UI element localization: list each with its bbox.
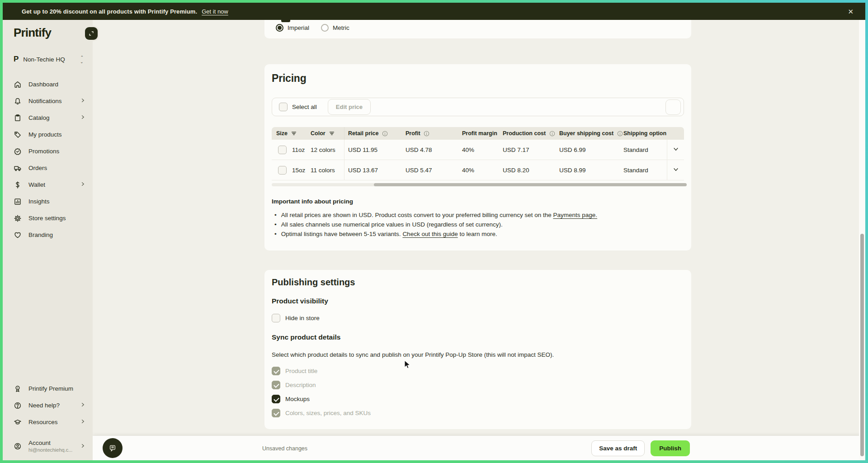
scrollbar-thumb[interactable] [374,183,687,186]
filter-icon [290,129,298,137]
bullet-text: to learn more. [458,231,497,237]
page-scrollbar-thumb[interactable] [860,234,864,456]
hide-in-store-checkbox[interactable] [272,314,280,322]
variant-profit: USD 4.78 [402,146,458,153]
column-header-color[interactable]: Color [307,127,344,140]
heart-icon [14,231,22,239]
banner-text: Get up to 20% discount on all products w… [22,8,197,15]
sidebar-item-branding[interactable]: Branding [3,227,93,243]
variant-shipping: Standard [620,146,667,153]
radio-imperial-label: Imperial [288,24,309,31]
variants-table: SizeColorRetail priceProfitProfit margin… [272,127,684,180]
chevron-down-icon [673,166,679,174]
sync-option-mockups[interactable]: Mockups [272,392,371,406]
column-label: Size [276,130,288,137]
sidebar-item-store-settings[interactable]: Store settings [3,210,93,227]
hide-in-store-label: Hide in store [285,315,320,321]
sidebar-item-label: Insights [28,198,85,205]
radio-metric[interactable]: Metric [321,24,349,32]
publish-button[interactable]: Publish [651,440,690,456]
tag-icon [14,131,22,139]
home-icon [14,80,22,89]
radio-unselected-icon [321,24,329,32]
info-icon [548,129,556,137]
sidebar-item-label: Printify Premium [28,385,85,392]
truck-icon [14,164,22,172]
sidebar-item-account[interactable]: Account hi@nontechiehq.c... [3,436,93,457]
banner-get-it-now-link[interactable]: Get it now [202,8,228,15]
column-label: Profit margin [462,130,497,137]
chevron-right-icon [80,181,85,188]
pricing-info-item: All sales channels use numerical price v… [274,221,597,228]
store-name: Non-Techie HQ [23,56,65,63]
printify-logo[interactable]: Printify [14,26,51,40]
sync-options-list: Product titleDescriptionMockupsColors, s… [272,364,371,420]
sidebar-item-insights[interactable]: Insights [3,193,93,210]
sidebar-item-label: Wallet [28,181,73,188]
sidebar-item-wallet[interactable]: Wallet [3,176,93,193]
sidebar-item-need-help[interactable]: Need help? [3,397,93,414]
sync-option-label: Colors, sizes, prices, and SKUs [285,410,371,416]
chat-widget-button[interactable] [103,438,123,458]
store-mark: P [14,55,19,64]
radio-selected-icon [276,24,283,32]
sync-details-description: Select which product details to sync and… [272,351,554,358]
sidebar-item-catalog[interactable]: Catalog [3,109,93,126]
bullet-text: Optimal listings have between 5-15 varia… [281,231,403,237]
select-all-checkbox[interactable] [279,103,288,111]
sidebar-item-notifications[interactable]: Notifications [3,93,93,109]
close-icon[interactable]: ✕ [848,8,854,15]
sync-option-label: Product title [285,368,317,374]
bottom-action-bar: Unsaved changes Save as draft Publish [93,436,865,460]
select-all-label: Select all [292,104,317,110]
bullet-link[interactable]: Check out this guide [402,231,458,237]
table-settings-button[interactable] [665,99,681,115]
variant-buyer: USD 6.99 [556,146,620,153]
variant-buyer: USD 8.99 [556,167,620,174]
edit-price-button[interactable]: Edit price [328,99,371,115]
measurement-radio-group: Imperial Metric [276,24,349,32]
store-selector[interactable]: P Non-Techie HQ ⌃⌃ [9,52,88,67]
column-header-shipping-option: Shipping option [620,130,667,137]
sidebar-footer-nav: Printify PremiumNeed help?Resources [3,380,93,430]
chevron-right-icon [80,98,85,104]
expand-row-button[interactable] [667,160,684,180]
publishing-settings-section: Publishing settings Product visibility H… [264,270,691,429]
chevron-up-down-icon: ⌃⌃ [80,56,84,63]
variant-size: 11oz [292,146,305,153]
sidebar-item-my-products[interactable]: My products [3,126,93,143]
sidebar-item-label: Store settings [28,215,85,222]
radio-metric-label: Metric [333,24,349,31]
chevron-right-icon [80,443,85,450]
save-as-draft-button[interactable]: Save as draft [591,440,645,456]
sidebar-nav: DashboardNotificationsCatalogMy products… [3,76,93,243]
sidebar-item-printify-premium[interactable]: Printify Premium [3,380,93,397]
sidebar-item-dashboard[interactable]: Dashboard [3,76,93,93]
hide-in-store-option[interactable]: Hide in store [272,314,320,322]
premium-banner: Get up to 20% discount on all products w… [3,3,865,20]
table-horizontal-scrollbar[interactable] [272,183,684,186]
sidebar-item-promotions[interactable]: Promotions [3,143,93,160]
column-header-size[interactable]: Size [272,129,307,137]
sidebar-item-resources[interactable]: Resources [3,414,93,430]
column-header-retail-price: Retail price [344,129,402,137]
chat-bubble-icon [108,444,117,452]
sidebar-item-label: Notifications [28,98,73,104]
collapse-sidebar-button[interactable] [85,27,98,40]
sidebar-item-label: Need help? [28,402,73,409]
chevron-right-icon [80,402,85,409]
sidebar-item-orders[interactable]: Orders [3,160,93,176]
sidebar: Printify P Non-Techie HQ ⌃⌃ DashboardNot… [3,20,93,460]
sidebar-item-label: Branding [28,232,85,238]
variant-checkbox[interactable] [278,146,287,154]
sync-checkbox[interactable] [272,395,280,403]
gear-icon [14,214,22,222]
radio-imperial[interactable]: Imperial [276,24,309,32]
variant-checkbox[interactable] [278,166,287,175]
column-label: Buyer shipping cost [559,130,613,137]
gear-icon [669,103,677,111]
bullet-link[interactable]: Payments page. [553,212,598,218]
promotions-icon [14,147,22,156]
expand-row-button[interactable] [667,140,684,160]
variant-size: 15oz [292,167,305,174]
